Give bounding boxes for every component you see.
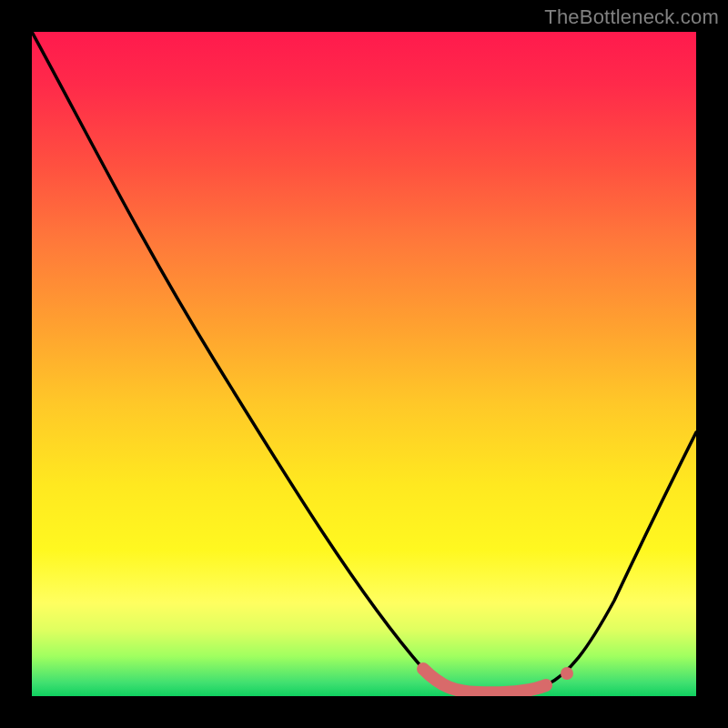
attribution-text: TheBottleneck.com (544, 5, 719, 29)
optimal-range-end-dot (561, 667, 573, 680)
optimal-range-highlight (423, 669, 546, 693)
bottleneck-chart (32, 32, 696, 696)
plot-area (32, 32, 696, 696)
bottleneck-curve (32, 32, 696, 693)
chart-frame: TheBottleneck.com (0, 0, 728, 728)
